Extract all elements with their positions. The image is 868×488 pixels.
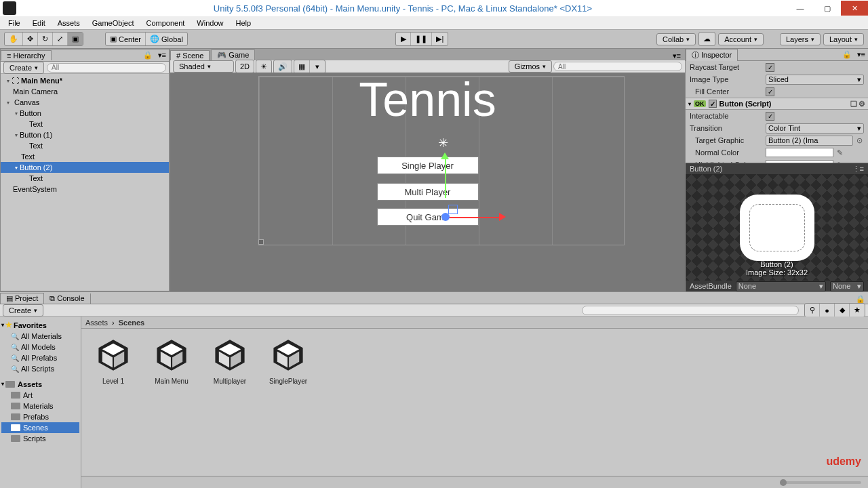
folder-item[interactable]: Materials [1, 401, 79, 411]
gizmos-dropdown[interactable]: Gizmos [509, 60, 552, 73]
component-enable-checkbox[interactable]: ✓ [709, 100, 717, 108]
prop-label: Transition [690, 124, 766, 132]
image-type-dropdown[interactable]: Sliced▾ [766, 75, 864, 85]
search-filter-icon[interactable]: ⚲ [805, 304, 820, 317]
scene-asset[interactable]: Main Menu [146, 336, 197, 385]
eyedropper-icon[interactable]: ✎ [835, 148, 844, 157]
interactable-checkbox[interactable]: ✓ [766, 112, 774, 121]
layers-dropdown[interactable]: Layers [780, 33, 821, 45]
scene-view[interactable]: Tennis ✳ Single Player Multi Player Quit… [170, 73, 685, 291]
hierarchy-item-selected[interactable]: ▾Button (2) [1, 162, 169, 173]
shading-mode[interactable]: Shaded [173, 60, 234, 73]
scale-tool[interactable]: ⤢ [53, 33, 68, 45]
pivot-global[interactable]: 🌐Global [146, 33, 187, 45]
folder-item[interactable]: Art [1, 390, 79, 401]
assets-header[interactable]: ▾Assets [1, 378, 79, 390]
close-button[interactable]: ✕ [841, 1, 868, 16]
audio-toggle[interactable]: 🔊 [274, 60, 292, 73]
favorites-header[interactable]: ▾★Favorites [1, 319, 79, 331]
rotate-tool[interactable]: ↻ [38, 33, 53, 45]
hierarchy-search[interactable] [47, 63, 166, 73]
inspector-tab[interactable]: ⓘInspector [686, 49, 738, 61]
scene-search[interactable] [553, 62, 682, 71]
lighting-toggle[interactable]: ☀ [256, 60, 271, 73]
project-search[interactable] [582, 306, 799, 315]
object-picker-icon[interactable]: ⊙ [854, 136, 864, 145]
menu-help[interactable]: Help [231, 18, 255, 28]
project-tab[interactable]: ▤Project [0, 293, 44, 304]
account-dropdown[interactable]: Account [718, 33, 764, 45]
filter-type-icon[interactable]: ● [820, 304, 835, 317]
scene-asset[interactable]: SinglePlayer [263, 336, 313, 385]
hierarchy-item[interactable]: ▾Button [1, 108, 169, 119]
breadcrumb-item[interactable]: Scenes [119, 319, 145, 327]
hand-tool[interactable]: ✋ [5, 33, 23, 45]
hierarchy-menu-icon[interactable]: ▾≡ [155, 51, 169, 60]
create-dropdown[interactable]: Create [3, 62, 44, 74]
console-tab[interactable]: ⧉Console [44, 293, 90, 304]
scene-tab[interactable]: #Scene [170, 50, 210, 60]
assetbundle-name-dropdown[interactable]: None▾ [736, 281, 826, 291]
play-button[interactable]: ▶ [396, 33, 411, 45]
favorite-item[interactable]: 🔍All Materials [1, 331, 79, 342]
transition-dropdown[interactable]: Color Tint▾ [766, 123, 864, 134]
folder-item[interactable]: Prefabs [1, 411, 79, 422]
hierarchy-item[interactable]: ▾Button (1) [1, 129, 169, 140]
thumbnail-zoom-slider[interactable] [780, 481, 861, 484]
fx-toggle[interactable]: ▦ [294, 60, 310, 73]
inspector-lock-icon[interactable]: 🔒 [840, 50, 854, 59]
assetbundle-variant-dropdown[interactable]: None▾ [830, 281, 864, 291]
pivot-center[interactable]: ▣Center [106, 33, 146, 45]
collab-dropdown[interactable]: Collab [656, 33, 696, 45]
preview-menu-icon[interactable]: ⋮≡ [852, 165, 864, 174]
hierarchy-item[interactable]: EventSystem [1, 184, 169, 195]
hierarchy-item[interactable]: Text [1, 140, 169, 151]
scene-asset[interactable]: Level 1 [88, 336, 138, 385]
save-search-icon[interactable]: ★ [850, 304, 865, 317]
gear-icon[interactable]: ⚙ [859, 100, 865, 108]
filter-label-icon[interactable]: ◆ [835, 304, 850, 317]
game-tab[interactable]: 🎮Game [211, 49, 255, 60]
scene-row[interactable]: ▾⛶Main Menu* [1, 75, 169, 86]
cloud-button[interactable]: ☁ [699, 33, 715, 45]
menu-component[interactable]: Component [142, 18, 189, 28]
favorite-item[interactable]: 🔍All Prefabs [1, 352, 79, 363]
hierarchy-item[interactable]: Main Camera [1, 86, 169, 97]
pause-button[interactable]: ❚❚ [411, 33, 432, 45]
menu-window[interactable]: Window [193, 18, 227, 28]
2d-toggle[interactable]: 2D [236, 60, 254, 73]
component-header-button[interactable]: ▾OK ✓ Button (Script) ❏⚙ [686, 98, 868, 110]
menu-gameobject[interactable]: GameObject [88, 18, 138, 28]
scene-tab-menu-icon[interactable]: ▾≡ [669, 52, 685, 60]
favorite-item[interactable]: 🔍All Models [1, 342, 79, 352]
fx-dropdown[interactable]: ▾ [310, 60, 325, 73]
selection-handle[interactable] [258, 239, 264, 245]
layout-dropdown[interactable]: Layout [823, 33, 864, 45]
hierarchy-item[interactable]: Text [1, 151, 169, 162]
project-create-dropdown[interactable]: Create [3, 304, 43, 317]
step-button[interactable]: ▶| [432, 33, 448, 45]
rect-tool[interactable]: ▣ [68, 33, 83, 45]
help-icon[interactable]: ❏ [850, 100, 857, 108]
hierarchy-lock-icon[interactable]: 🔒 [140, 51, 155, 60]
move-tool[interactable]: ✥ [23, 33, 38, 45]
folder-item[interactable]: Scripts [1, 433, 79, 444]
hierarchy-item[interactable]: ▾Canvas [1, 97, 169, 108]
menu-edit[interactable]: Edit [28, 18, 50, 28]
maximize-button[interactable]: ▢ [814, 1, 841, 16]
folder-item-selected[interactable]: Scenes [1, 422, 79, 433]
target-graphic-field[interactable]: Button (2) (Ima [766, 136, 853, 146]
hierarchy-tab[interactable]: ≡Hierarchy [1, 50, 52, 60]
normal-color[interactable] [766, 148, 833, 157]
menu-file[interactable]: File [4, 18, 24, 28]
minimize-button[interactable]: — [787, 1, 814, 16]
raycast-checkbox[interactable]: ✓ [766, 63, 774, 72]
inspector-menu-icon[interactable]: ▾≡ [854, 50, 868, 59]
hierarchy-item[interactable]: Text [1, 119, 169, 129]
fill-center-checkbox[interactable]: ✓ [766, 87, 774, 96]
favorite-item[interactable]: 🔍All Scripts [1, 363, 79, 374]
menu-assets[interactable]: Assets [54, 18, 84, 28]
scene-asset[interactable]: Multiplayer [205, 336, 255, 385]
breadcrumb-item[interactable]: Assets [85, 319, 108, 327]
hierarchy-item[interactable]: Text [1, 173, 169, 184]
